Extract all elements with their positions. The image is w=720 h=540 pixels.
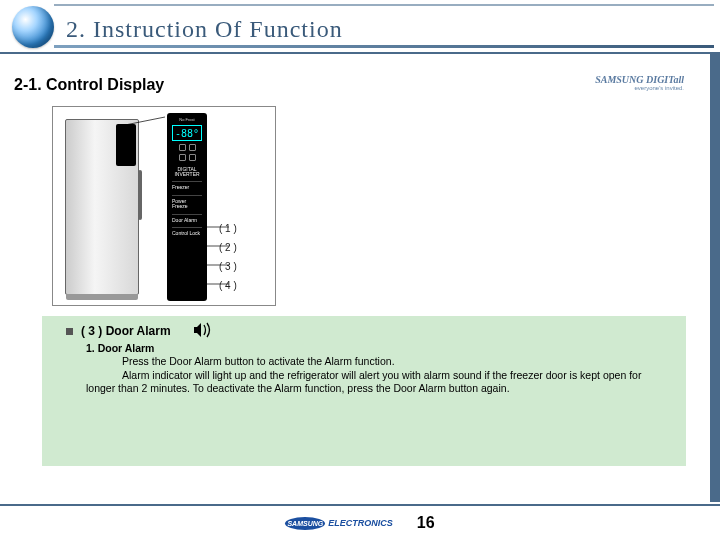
panel-button-power-freeze: Power Freeze: [172, 199, 202, 210]
brand-tagline: everyone's invited.: [595, 85, 684, 91]
callout-1: ( 1 ): [219, 223, 237, 242]
subsection-title: 2-1. Control Display: [14, 76, 164, 94]
instruction-sub-heading: 1. Door Alarm: [86, 342, 676, 354]
section-title: 2. Instruction Of Function: [66, 16, 343, 43]
instruction-panel: ( 3 ) Door Alarm 1. Door Alarm Press the…: [42, 316, 686, 466]
panel-icon-1: [179, 144, 186, 151]
header-rule-bottom: [54, 45, 714, 48]
panel-divider: [172, 227, 202, 228]
refrigerator-illustration: [65, 119, 139, 295]
header: 2. Instruction Of Function: [0, 0, 720, 54]
callout-2: ( 2 ): [219, 242, 237, 261]
panel-divider: [172, 214, 202, 215]
fridge-handle: [138, 170, 142, 220]
panel-divider: [172, 195, 202, 196]
instruction-body: Press the Door Alarm button to activate …: [86, 355, 670, 396]
bullet-square-icon: [66, 328, 73, 335]
header-rule-top: [54, 4, 714, 6]
panel-icon-3: [179, 154, 186, 161]
header-sphere-icon: [12, 6, 54, 48]
panel-divider: [172, 181, 202, 182]
panel-button-control-lock: Control Lock: [172, 231, 202, 237]
footer-logo: SAMSUNG ELECTRONICS: [285, 517, 393, 530]
control-display-diagram: No Frost -88° DIGITAL INVERTER Freezer P…: [52, 106, 276, 306]
control-panel-enlarged: No Frost -88° DIGITAL INVERTER Freezer P…: [167, 113, 207, 301]
panel-top-label: No Frost: [179, 117, 194, 122]
item-title: ( 3 ) Door Alarm: [81, 324, 171, 338]
speaker-icon: [193, 322, 215, 340]
footer: SAMSUNG ELECTRONICS 16: [0, 504, 720, 540]
instruction-line1: Press the Door Alarm button to activate …: [122, 355, 395, 369]
brand-name: SAMSUNG DIGITall: [595, 74, 684, 85]
panel-icon-row-2: [179, 154, 196, 161]
callout-numbers: ( 1 ) ( 2 ) ( 3 ) ( 4 ): [219, 223, 237, 299]
page-number: 16: [417, 514, 435, 532]
right-edge-bar: [710, 54, 720, 502]
callout-4: ( 4 ): [219, 280, 237, 299]
panel-button-door-alarm: Door Alarm: [172, 218, 202, 224]
panel-icon-row: [179, 144, 196, 151]
samsung-oval-icon: SAMSUNG: [285, 517, 325, 530]
panel-icon-4: [189, 154, 196, 161]
panel-brand-line1: DIGITAL INVERTER: [167, 167, 207, 177]
fridge-panel-location: [116, 124, 136, 166]
panel-button-freezer: Freezer: [172, 185, 202, 191]
instruction-heading-row: ( 3 ) Door Alarm: [66, 322, 676, 340]
footer-logo-sub: ELECTRONICS: [328, 518, 393, 528]
panel-icon-2: [189, 144, 196, 151]
instruction-line2: Alarm indicator will light up and the re…: [86, 369, 641, 395]
callout-3: ( 3 ): [219, 261, 237, 280]
brand-mark: SAMSUNG DIGITall everyone's invited.: [595, 74, 684, 91]
panel-temp-display: -88°: [172, 125, 202, 141]
